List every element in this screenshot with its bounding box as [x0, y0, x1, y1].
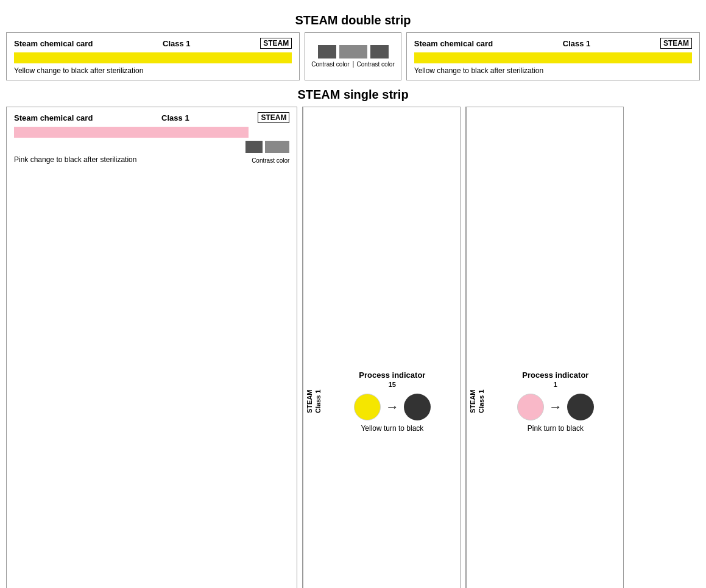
steam-process-yellow-circles: →: [354, 394, 431, 420]
steam-double-right-tag: STEAM: [660, 38, 692, 49]
contrast-small-1: [245, 141, 263, 153]
contrast-block-2: [339, 45, 367, 58]
steam-double-contrast: Contrast color Contrast color: [305, 32, 401, 80]
steam-process-yellow-side-bottom: Class 1: [314, 389, 322, 413]
contrast-small-2: [265, 141, 289, 153]
steam-double-right-desc: Yellow change to black after sterilizati…: [414, 66, 692, 75]
steam-process-yellow-desc: Yellow turn to black: [361, 424, 423, 433]
steam-single-contrast-label: Contrast color: [252, 157, 289, 164]
arrow-yellow: →: [386, 399, 399, 415]
steam-double-title: STEAM double strip: [6, 13, 700, 27]
circle-pink-before: [517, 394, 544, 420]
steam-double-left-strip: [14, 52, 292, 63]
steam-process-pink-side-bottom: Class 1: [478, 389, 485, 413]
contrast-label-1: Contrast color: [311, 61, 349, 68]
steam-process-yellow-title: Process indicator15: [359, 370, 425, 389]
section-steam-single: STEAM single strip Steam chemical card C…: [6, 88, 700, 588]
arrow-pink: →: [549, 399, 562, 415]
section-steam-double: STEAM double strip Steam chemical card C…: [6, 13, 700, 80]
steam-double-right-strip: [414, 52, 692, 63]
steam-process-pink-side-top: STEAM: [469, 389, 476, 413]
steam-double-left-class: Class 1: [163, 39, 191, 48]
steam-process-yellow-body: Process indicator15 → Yellow turn to bla…: [324, 366, 460, 437]
steam-process-yellow-side: STEAM Class 1: [303, 107, 324, 588]
steam-double-right-class: Class 1: [563, 39, 591, 48]
steam-single-left-card: Steam chemical card Class 1 STEAM Pink c…: [6, 107, 297, 588]
steam-process-pink-title: Process indicator1: [522, 370, 588, 389]
steam-double-left-desc: Yellow change to black after sterilizati…: [14, 66, 292, 75]
contrast-block-1: [318, 45, 336, 58]
circle-pink-after: [567, 394, 594, 420]
steam-double-right-title: Steam chemical card: [414, 39, 493, 48]
steam-process-pink-desc: Pink turn to black: [528, 424, 584, 433]
steam-process-yellow: STEAM Class 1 Process indicator15 → Yell…: [302, 107, 461, 588]
steam-process-pink-circles: →: [517, 394, 594, 420]
contrast-label-2: Contrast color: [357, 61, 395, 68]
steam-double-left-title: Steam chemical card: [14, 39, 93, 48]
circle-yellow-after: [404, 394, 431, 420]
steam-single-left-strip: [14, 127, 249, 138]
contrast-block-3: [370, 45, 389, 58]
steam-single-left-title: Steam chemical card: [14, 113, 93, 122]
circle-yellow-before: [354, 394, 381, 420]
steam-double-left-card: Steam chemical card Class 1 STEAM Yellow…: [6, 32, 300, 80]
steam-process-pink-side: STEAM Class 1: [466, 107, 487, 588]
steam-double-left-tag: STEAM: [260, 38, 292, 49]
steam-process-pink: STEAM Class 1 Process indicator1 → Pink …: [465, 107, 624, 588]
steam-double-right-card: Steam chemical card Class 1 STEAM Yellow…: [406, 32, 700, 80]
steam-single-left-tag: STEAM: [258, 112, 289, 123]
steam-single-left-class: Class 1: [161, 113, 189, 122]
steam-process-pink-body: Process indicator1 → Pink turn to black: [487, 366, 623, 437]
steam-process-yellow-side-top: STEAM: [306, 389, 313, 413]
steam-single-title: STEAM single strip: [6, 88, 700, 102]
steam-single-left-desc: Pink change to black after sterilization: [14, 155, 136, 164]
